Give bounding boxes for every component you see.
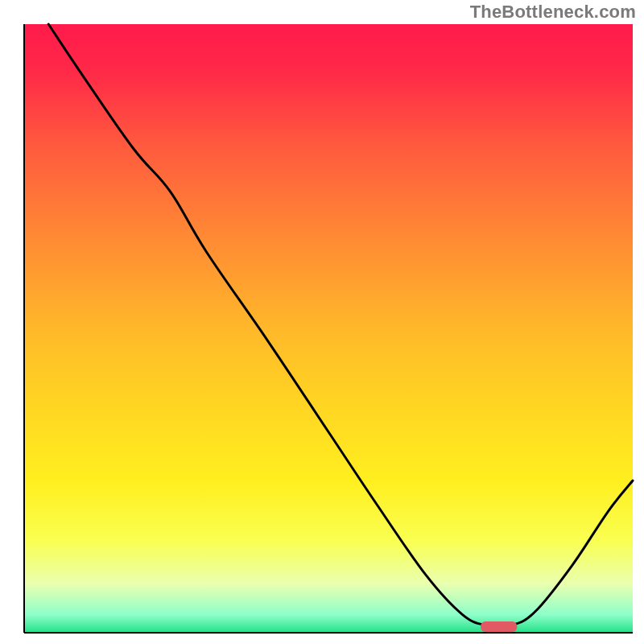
bottleneck-chart (0, 0, 644, 644)
watermark-text: TheBottleneck.com (470, 2, 636, 23)
chart-stage: TheBottleneck.com (0, 0, 644, 644)
plot-background (24, 24, 633, 633)
optimal-marker (481, 621, 517, 632)
